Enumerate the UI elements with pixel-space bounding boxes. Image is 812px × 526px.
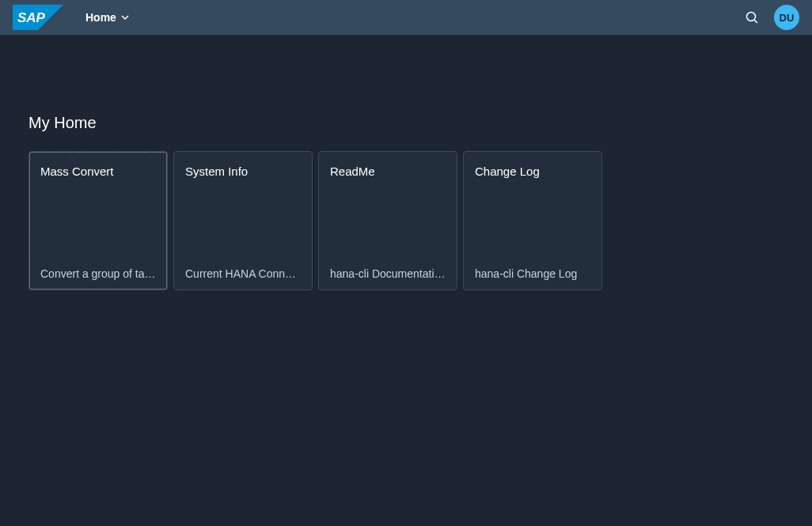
- tile-desc: Current HANA Connection: [185, 267, 301, 280]
- sap-logo[interactable]: SAP: [13, 5, 63, 30]
- shellbar-left: SAP Home: [13, 5, 129, 30]
- tile-system-info[interactable]: System InfoCurrent HANA Connection: [173, 151, 313, 290]
- svg-line-3: [754, 20, 757, 23]
- svg-point-2: [747, 13, 756, 21]
- chevron-down-icon: [121, 13, 129, 21]
- sap-logo-icon: SAP: [13, 5, 63, 30]
- nav-home[interactable]: Home: [85, 11, 129, 24]
- svg-text:SAP: SAP: [17, 10, 46, 25]
- avatar[interactable]: DU: [774, 5, 799, 30]
- tile-title: Mass Convert: [40, 165, 156, 178]
- tile-desc: hana-cli Change Log: [475, 267, 590, 280]
- tile-container: Mass ConvertConvert a group of tablesSys…: [28, 151, 784, 290]
- tile-change-log[interactable]: Change Loghana-cli Change Log: [463, 151, 602, 290]
- section-title: My Home: [28, 114, 784, 132]
- shellbar: SAP Home DU: [0, 0, 812, 35]
- avatar-initials: DU: [780, 12, 795, 24]
- tile-desc: Convert a group of tables: [40, 267, 156, 280]
- nav-home-label: Home: [85, 11, 116, 24]
- content-area: My Home Mass ConvertConvert a group of t…: [0, 35, 812, 290]
- shellbar-right: DU: [744, 5, 799, 30]
- search-icon[interactable]: [744, 9, 760, 25]
- tile-title: Change Log: [475, 165, 590, 178]
- tile-desc: hana-cli Documentation: [330, 267, 446, 280]
- tile-title: ReadMe: [330, 165, 446, 178]
- tile-readme[interactable]: ReadMehana-cli Documentation: [318, 151, 457, 290]
- tile-title: System Info: [185, 165, 301, 178]
- tile-mass-convert[interactable]: Mass ConvertConvert a group of tables: [28, 151, 168, 290]
